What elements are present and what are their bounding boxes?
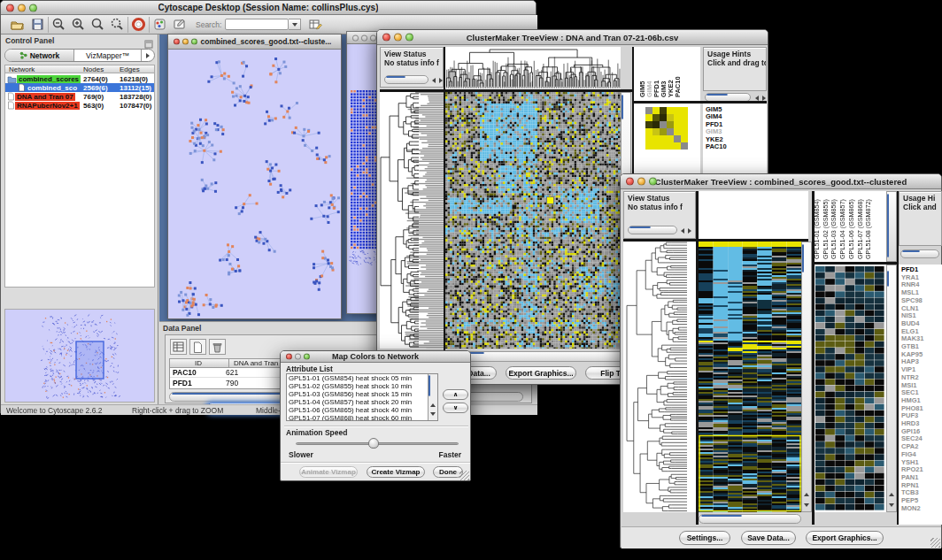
treeview2-titlebar[interactable]: ClusterMaker TreeView : combined_scores_… [621, 174, 941, 189]
zoom-window-icon[interactable] [370, 35, 376, 41]
minimize-icon[interactable] [182, 39, 189, 45]
scroll-up-button[interactable] [429, 401, 436, 409]
tv2-col-dendrogram-panel[interactable] [699, 191, 808, 239]
col-header-network[interactable]: Network [5, 65, 35, 73]
scrollbar-thumb[interactable] [386, 76, 405, 78]
animate-vizmap-button[interactable]: Animate Vizmap [299, 466, 358, 478]
minimize-icon[interactable] [394, 34, 402, 42]
done-button[interactable]: Done [433, 466, 463, 478]
close-icon[interactable] [352, 35, 359, 41]
network-canvas[interactable] [168, 50, 341, 318]
close-icon[interactable] [174, 39, 180, 45]
scroll-up-button[interactable] [887, 490, 895, 498]
move-down-button[interactable]: ∨ [443, 403, 468, 413]
scrollbar-thumb[interactable] [887, 271, 889, 287]
tv1-heatmap-canvas[interactable] [445, 92, 621, 349]
col-header-nodes[interactable]: Nodes [83, 65, 104, 73]
tv1-row-dendrogram-canvas[interactable] [380, 92, 444, 349]
tv2-heatmap-vscrollbar[interactable] [801, 242, 812, 512]
scrollbar-thumb[interactable] [629, 226, 651, 228]
network-row[interactable]: combined_scores 2764(0) 16218(0) [5, 74, 147, 83]
scrollbar-thumb[interactable] [887, 194, 889, 257]
scroll-down-button[interactable] [887, 501, 895, 509]
delete-attribute-icon[interactable] [209, 339, 226, 355]
close-icon[interactable] [6, 4, 14, 12]
attribute-item[interactable]: GPL51-07 (GSM868) heat shock 60 min [287, 415, 437, 421]
attribute-list-scrollbar[interactable] [428, 374, 437, 420]
tab-overflow-button[interactable] [142, 50, 154, 61]
vizmapper-icon[interactable] [152, 17, 167, 32]
help-lifesaver-icon[interactable] [131, 17, 146, 32]
scrollbar-thumb[interactable] [429, 375, 430, 396]
network-row[interactable]: RNAPuberNov2+1 563(0) 107847(0) [5, 101, 147, 110]
tv2-row-dendrogram-canvas[interactable] [625, 242, 690, 512]
zoom-window-icon[interactable] [405, 34, 413, 42]
tv1-col-dendrogram-canvas[interactable] [445, 48, 621, 88]
tv2-zoom-heatmap-canvas[interactable] [815, 266, 884, 510]
open-session-icon[interactable] [10, 17, 25, 32]
minimize-icon[interactable] [18, 4, 26, 12]
new-attribute-icon[interactable] [189, 339, 206, 355]
attribute-browser-icon[interactable] [308, 17, 323, 32]
network-row-selected[interactable]: combined_sco 2569(6) 13112(15) [5, 83, 154, 92]
tv2-labels-vscrollbar[interactable] [886, 191, 897, 262]
zoom-region-icon[interactable] [110, 17, 125, 32]
search-dropdown-button[interactable] [289, 19, 301, 30]
scroll-right-button[interactable] [685, 226, 693, 234]
zoom-in-icon[interactable] [71, 17, 86, 32]
zoom-window-icon[interactable] [29, 4, 37, 12]
annotation-icon[interactable] [172, 17, 187, 32]
speed-slider-thumb[interactable] [368, 438, 379, 449]
search-input[interactable] [225, 19, 289, 30]
treeview1-titlebar[interactable]: ClusterMaker TreeView : DNA and Tran 07-… [377, 30, 768, 45]
network-window-1-titlebar[interactable]: combined_scores_good.txt--cluste... [168, 35, 341, 50]
tv1-status-scrollbar[interactable] [384, 75, 429, 84]
scrollbar-thumb[interactable] [622, 95, 623, 119]
save-data-button[interactable]: Save Data... [741, 531, 796, 545]
tv2-zoom-vscrollbar[interactable] [886, 265, 897, 512]
tv1-mini-matrix-canvas[interactable] [645, 107, 688, 150]
tv1-heatmap-hscrollbar[interactable] [445, 351, 631, 362]
minimize-icon[interactable] [637, 178, 645, 186]
tab-vizmapper[interactable]: VizMapper™ [74, 50, 142, 61]
scroll-up-button[interactable] [802, 490, 810, 498]
export-graphics-button[interactable]: Export Graphics... [506, 366, 576, 380]
tv2-heatmap-hscrollbar[interactable] [699, 514, 801, 524]
scrollbar-thumb[interactable] [802, 244, 804, 272]
close-icon[interactable] [382, 34, 390, 42]
scrollbar-thumb[interactable] [902, 250, 920, 252]
birdseye-canvas[interactable] [5, 310, 154, 402]
scrollbar-thumb[interactable] [706, 94, 728, 96]
col-header-edges[interactable]: Edges [120, 65, 140, 73]
save-session-icon[interactable] [30, 17, 45, 32]
tv2-hints-scrollbar[interactable] [900, 249, 939, 258]
zoom-window-icon[interactable] [304, 354, 310, 360]
tv2-status-scrollbar[interactable] [628, 226, 677, 234]
dialog-titlebar[interactable]: Map Colors to Network [281, 351, 470, 363]
zoom-window-icon[interactable] [191, 39, 197, 45]
close-icon[interactable] [286, 354, 292, 360]
zoom-window-icon[interactable] [649, 178, 657, 186]
minimize-icon[interactable] [361, 35, 367, 41]
scrollbar-thumb[interactable] [701, 515, 742, 517]
table-mode-icon[interactable] [170, 339, 187, 355]
create-vizmap-button[interactable]: Create Vizmap [367, 466, 425, 478]
zoom-fit-icon[interactable] [90, 17, 105, 32]
network-row[interactable]: DNA and Tran 07 769(0) 183728(0) [5, 92, 147, 101]
export-graphics-button[interactable]: Export Graphics... [806, 531, 884, 545]
main-titlebar[interactable]: Cytoscape Desktop (Session Name: collins… [1, 1, 536, 15]
scroll-down-button[interactable] [429, 410, 436, 418]
network-window-1[interactable]: combined_scores_good.txt--cluste... [167, 34, 342, 319]
resize-grip[interactable] [930, 538, 940, 548]
col-header-id[interactable]: ID [195, 359, 202, 367]
tv2-heatmap-canvas[interactable] [699, 242, 801, 512]
tab-network[interactable]: Network [5, 50, 74, 61]
scroll-down-button[interactable] [802, 501, 810, 509]
resize-grip[interactable] [459, 471, 469, 480]
close-icon[interactable] [626, 178, 634, 186]
zoom-out-icon[interactable] [51, 17, 66, 32]
minimize-icon[interactable] [295, 354, 301, 360]
move-up-button[interactable]: ∧ [443, 389, 468, 400]
settings-button[interactable]: Settings... [679, 531, 730, 545]
attribute-list[interactable]: GPL51-01 (GSM854) heat shock 05 minGPL51… [286, 373, 438, 421]
